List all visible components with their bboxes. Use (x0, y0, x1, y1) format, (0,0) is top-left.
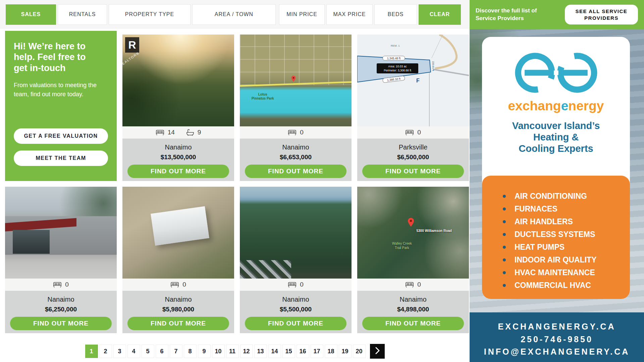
page-19[interactable]: 19 (339, 345, 352, 358)
filter-min-price[interactable]: MIN PRICE (279, 4, 325, 25)
beds-stat: 0 (405, 281, 421, 288)
find-out-more-button[interactable]: FIND OUT MORE (127, 165, 229, 178)
see-all-service-providers-button[interactable]: SEE ALL SERVICE PROVIDERS (565, 5, 638, 24)
free-valuation-button[interactable]: GET A FREE VALUATION (14, 128, 108, 144)
beds-count: 0 (300, 129, 304, 136)
page-18[interactable]: 18 (325, 345, 337, 358)
property-photo-survey-map[interactable]: REM. 1 1,345.48 ft Area: 10.03 ac Perime… (357, 35, 469, 126)
services-list: AIR CONDITIONING FURNACES AIR HANDLERS D… (482, 176, 630, 299)
main-content: SALES RENTALS PROPERTY TYPE AREA / TOWN … (0, 0, 470, 362)
warehouse-building (151, 206, 209, 246)
page-8[interactable]: 8 (184, 345, 197, 358)
exchangenergy-wordmark: exchangenergy (482, 99, 630, 113)
pagination: 1 2 3 4 5 6 7 8 9 10 11 12 13 14 15 16 1… (0, 344, 470, 359)
filter-rentals[interactable]: RENTALS (58, 4, 107, 25)
property-photo-industrial-building[interactable] (5, 187, 117, 279)
property-card: 0 Nanaimo $5,980,000 FIND OUT MORE (122, 187, 234, 333)
page-13[interactable]: 13 (254, 345, 267, 358)
survey-top-edge-label: 1,345.48 ft (387, 57, 401, 60)
find-out-more-button[interactable]: FIND OUT MORE (245, 317, 346, 330)
meet-the-team-button[interactable]: MEET THE TEAM (14, 150, 108, 166)
filter-sales[interactable]: SALES (6, 4, 56, 25)
property-photo-aerial-sunset[interactable]: R REALTOR® (122, 35, 234, 126)
realtor-watermark: REALTOR® (122, 51, 140, 67)
bed-icon (405, 129, 414, 136)
baths-stat: 9 (186, 129, 201, 136)
map-pin-icon (291, 76, 296, 83)
filter-property-type[interactable]: PROPERTY TYPE (109, 4, 191, 25)
service-banner: Discover the full list of Service Provid… (470, 0, 644, 29)
listing-city: Nanaimo (5, 296, 117, 303)
page-7[interactable]: 7 (170, 345, 182, 358)
next-page-button[interactable] (370, 344, 385, 359)
filter-bar: SALES RENTALS PROPERTY TYPE AREA / TOWN … (0, 0, 470, 29)
service-provider-sidebar: Discover the full list of Service Provid… (470, 0, 644, 362)
page-15[interactable]: 15 (282, 345, 295, 358)
service-item: COMMERCIAL HVAC (503, 279, 630, 292)
bed-icon (288, 129, 297, 136)
page-11[interactable]: 11 (226, 345, 239, 358)
page-5[interactable]: 5 (142, 345, 154, 358)
page-14[interactable]: 14 (268, 345, 281, 358)
property-card: 5300 Williamson Road Walley Creek Trail … (357, 187, 469, 333)
property-photo-gis-map[interactable]: Lotus Pinnatus Park (240, 35, 352, 126)
ad-contact-footer: EXCHANGENERGY.CA 250-746-9850 INFO@EXCHA… (470, 312, 644, 362)
filter-area-town[interactable]: AREA / TOWN (192, 4, 276, 25)
property-card: R REALTOR® 14 9 Nanaimo $13,500,000 FIND… (122, 35, 234, 181)
page-6[interactable]: 6 (156, 345, 168, 358)
property-photo-satellite-map[interactable]: 5300 Williamson Road Walley Creek Trail … (357, 187, 469, 279)
building-entrance (13, 230, 50, 254)
beds-count: 0 (65, 281, 69, 288)
property-photo-warehouse-aerial[interactable] (122, 187, 234, 279)
beds-stat: 0 (288, 129, 304, 136)
page-9[interactable]: 9 (198, 345, 211, 358)
bed-icon (288, 281, 297, 288)
ad-email[interactable]: INFO@EXCHANGENERY.CA (470, 346, 644, 358)
ad-phone[interactable]: 250-746-9850 (470, 333, 644, 346)
page-10[interactable]: 10 (212, 345, 225, 358)
bed-icon (156, 129, 164, 136)
find-out-more-button[interactable]: FIND OUT MORE (362, 165, 464, 178)
property-stats: 0 (122, 279, 234, 291)
beds-stat: 0 (53, 281, 69, 288)
bullet-icon (503, 258, 506, 261)
filter-beds[interactable]: BEDS (374, 4, 417, 25)
bed-icon (53, 281, 62, 288)
page-12[interactable]: 12 (240, 345, 253, 358)
page-16[interactable]: 16 (297, 345, 309, 358)
page-1[interactable]: 1 (85, 345, 98, 358)
exchangenergy-ad-card[interactable]: exchangenergy Vancouver Island’s Heating… (482, 37, 630, 299)
survey-rem-label: REM. 1 (391, 44, 400, 47)
page-20[interactable]: 20 (353, 345, 366, 358)
filter-clear-button[interactable]: CLEAR (419, 4, 461, 25)
find-out-more-button[interactable]: FIND OUT MORE (127, 317, 229, 330)
find-out-more-button[interactable]: FIND OUT MORE (10, 317, 112, 330)
beds-count: 0 (417, 281, 421, 288)
bullet-icon (503, 233, 506, 236)
listing-city: Nanaimo (240, 296, 352, 303)
page-3[interactable]: 3 (113, 345, 126, 358)
listing-city: Nanaimo (122, 296, 234, 303)
ad-website[interactable]: EXCHANGENERGY.CA (470, 320, 644, 333)
property-photo-forest-aerial[interactable] (240, 187, 352, 279)
property-card: REM. 1 1,345.48 ft Area: 10.03 ac Perime… (357, 35, 469, 181)
filter-max-price[interactable]: MAX PRICE (326, 4, 373, 25)
service-item: DUCTLESS SYSTEMS (503, 228, 630, 241)
service-item: INDOOR AIR QUALITY (503, 253, 630, 266)
listing-city: Nanaimo (357, 296, 469, 303)
help-body: From valuations to meeting the team, fin… (14, 81, 108, 99)
listing-price: $6,653,000 (240, 154, 352, 161)
property-info: Nanaimo $6,653,000 FIND OUT MORE (240, 139, 352, 181)
find-out-more-button[interactable]: FIND OUT MORE (362, 317, 464, 330)
survey-lot-label: F (416, 78, 420, 83)
beds-count: 0 (300, 281, 304, 288)
realtor-logo-icon: R (125, 37, 139, 53)
find-out-more-button[interactable]: FIND OUT MORE (245, 165, 346, 178)
page-2[interactable]: 2 (99, 345, 112, 358)
page-17[interactable]: 17 (311, 345, 323, 358)
page-4[interactable]: 4 (127, 345, 140, 358)
listing-price: $4,898,000 (357, 306, 469, 313)
beds-count: 0 (182, 281, 186, 288)
survey-perimeter-label: Perimeter: 3,308.68 ft (384, 69, 411, 72)
bed-icon (405, 281, 414, 288)
